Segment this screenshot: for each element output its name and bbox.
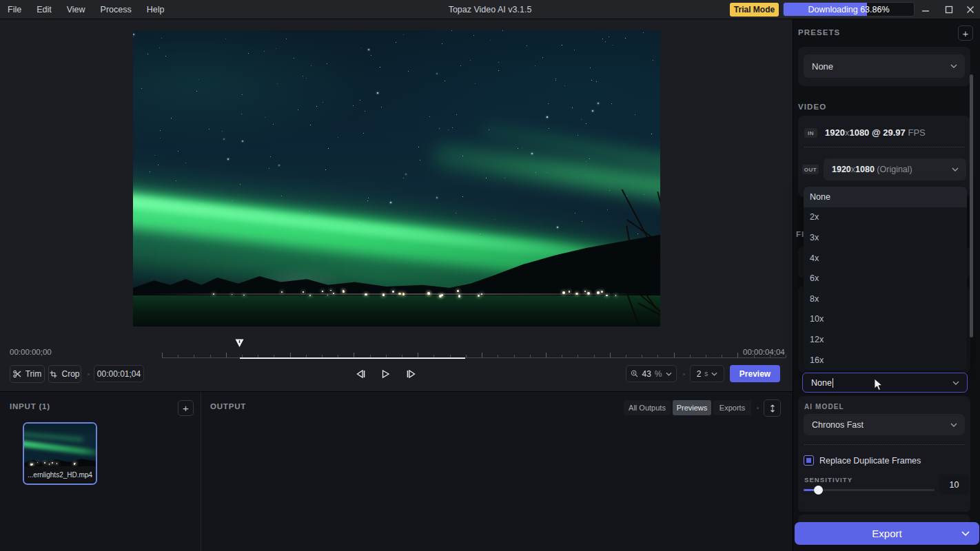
tab-previews[interactable]: Previews	[673, 400, 711, 415]
star	[158, 165, 159, 165]
star	[185, 163, 186, 163]
add-preset-button[interactable]: +	[958, 25, 973, 41]
trim-button[interactable]: Trim	[10, 365, 45, 383]
tab-all-outputs[interactable]: All Outputs	[624, 400, 671, 415]
chevron-down-icon	[950, 64, 957, 68]
star	[327, 63, 327, 64]
scale-dropdown-menu: None 2x 3x 4x 6x 8x 10x 12x 16x	[804, 187, 967, 371]
town-light	[382, 293, 385, 295]
add-input-button[interactable]: +	[178, 400, 194, 416]
star	[436, 197, 438, 198]
plus-icon: +	[963, 28, 969, 39]
current-time-value: 00:00:01;04	[97, 369, 141, 379]
replace-duplicate-frames-checkbox[interactable]	[804, 455, 814, 466]
sort-order-button[interactable]	[764, 399, 781, 417]
scale-option[interactable]: 6x	[804, 268, 967, 289]
maximize-button[interactable]	[943, 4, 955, 15]
output-resolution-select[interactable]: 1920x1080 (Original)	[824, 158, 966, 180]
crop-button[interactable]: Crop	[48, 365, 81, 383]
star	[586, 123, 586, 124]
zoom-control[interactable]: 43 %	[626, 365, 677, 382]
star	[442, 43, 442, 44]
star	[141, 88, 142, 89]
current-time-field[interactable]: 00:00:01;04	[94, 365, 144, 382]
town-light	[478, 295, 480, 297]
chevron-down-icon	[711, 372, 717, 376]
scale-option[interactable]: 16x	[804, 350, 967, 371]
scale-option[interactable]: 4x	[804, 248, 967, 269]
preview-button[interactable]: Preview	[730, 365, 780, 382]
ruler-tick	[433, 355, 434, 357]
input-clip-thumbnail[interactable]: ...ernlights2_HD.mp4 ···	[23, 422, 97, 485]
ruler-tick	[354, 353, 354, 357]
menu-edit[interactable]: Edit	[37, 5, 52, 14]
star	[368, 49, 369, 50]
star	[286, 39, 287, 39]
scale-option[interactable]: 10x	[804, 309, 967, 330]
star	[353, 105, 354, 106]
sidebar-scrollbar[interactable]	[970, 74, 973, 337]
star	[429, 116, 430, 117]
star	[306, 78, 307, 79]
export-button[interactable]: Export	[795, 522, 979, 545]
star	[589, 158, 590, 159]
scale-option[interactable]: 8x	[804, 289, 967, 309]
trial-mode-badge[interactable]: Trial Mode	[730, 3, 779, 17]
ruler-tick	[466, 355, 467, 357]
close-button[interactable]	[964, 4, 977, 15]
ruler-tick	[737, 353, 738, 357]
star	[531, 153, 533, 154]
menu-process[interactable]: Process	[101, 5, 132, 14]
town-light	[37, 462, 38, 463]
star	[575, 213, 575, 214]
star	[323, 102, 323, 103]
preview-length-select[interactable]: 2 s	[690, 365, 724, 382]
panel-divider	[201, 392, 201, 551]
menu-view[interactable]: View	[67, 5, 85, 14]
scale-combobox[interactable]: None	[802, 373, 968, 393]
play-button[interactable]	[376, 364, 395, 384]
zoom-magnifier-icon	[631, 370, 638, 377]
minimize-button[interactable]	[919, 4, 932, 15]
star	[328, 148, 329, 149]
separator-dot	[88, 373, 90, 375]
sensitivity-slider[interactable]	[804, 489, 935, 491]
chevron-down-icon	[952, 167, 959, 171]
ruler-tick	[657, 355, 658, 357]
timeline-ruler[interactable]	[162, 346, 786, 358]
scale-option[interactable]: 2x	[804, 207, 967, 228]
prev-frame-button[interactable]	[351, 364, 370, 384]
water	[133, 295, 660, 326]
star	[456, 114, 457, 115]
presets-title: PRESETS	[798, 28, 840, 37]
sensitivity-knob[interactable]	[814, 486, 823, 495]
ruler-tick	[754, 355, 755, 357]
ai-model-select[interactable]: Chronos Fast	[804, 414, 965, 435]
next-frame-button[interactable]	[401, 364, 420, 384]
ruler-tick	[770, 355, 770, 357]
star	[165, 56, 166, 56]
star	[160, 138, 161, 138]
star	[360, 100, 360, 101]
playhead[interactable]	[235, 338, 244, 351]
star	[222, 131, 223, 132]
tab-exports[interactable]: Exports	[713, 400, 751, 415]
star	[635, 114, 635, 115]
town-light	[398, 293, 401, 295]
scale-option[interactable]: 3x	[804, 227, 967, 248]
star	[527, 45, 527, 46]
scale-option[interactable]: 12x	[804, 329, 967, 350]
sensitivity-value-field[interactable]: 10	[939, 475, 969, 495]
star	[209, 129, 210, 129]
menu-file[interactable]: File	[8, 5, 21, 14]
ruler-tick	[578, 355, 578, 357]
town-light	[52, 462, 53, 464]
scale-option[interactable]: None	[804, 187, 967, 207]
preset-select[interactable]: None	[804, 54, 965, 78]
star	[161, 38, 162, 39]
star	[460, 65, 461, 66]
star	[502, 30, 503, 31]
clip-menu-button[interactable]: ···	[84, 472, 94, 480]
star	[396, 42, 396, 43]
menu-help[interactable]: Help	[147, 5, 165, 14]
